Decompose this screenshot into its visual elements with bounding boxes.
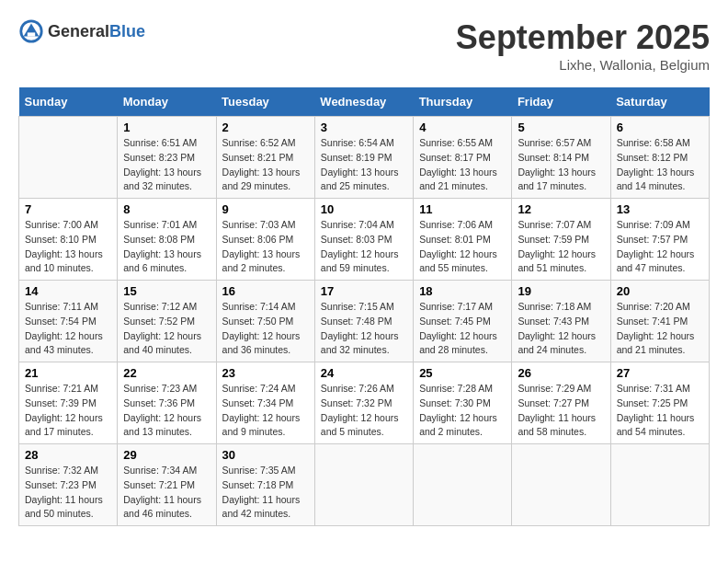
day-info: Sunrise: 7:20 AMSunset: 7:41 PMDaylight:… xyxy=(617,300,703,358)
calendar-cell: 23Sunrise: 7:24 AMSunset: 7:34 PMDayligh… xyxy=(216,362,314,444)
day-info: Sunrise: 6:51 AMSunset: 8:23 PMDaylight:… xyxy=(123,136,210,194)
calendar-week-1: 1Sunrise: 6:51 AMSunset: 8:23 PMDaylight… xyxy=(19,117,710,199)
calendar-cell: 3Sunrise: 6:54 AMSunset: 8:19 PMDaylight… xyxy=(314,117,413,199)
day-number: 11 xyxy=(419,202,506,216)
calendar-cell: 21Sunrise: 7:21 AMSunset: 7:39 PMDayligh… xyxy=(19,362,118,444)
title-block: September 2025 Lixhe, Wallonia, Belgium xyxy=(456,18,710,73)
col-sunday: Sunday xyxy=(19,87,118,117)
day-info: Sunrise: 6:54 AMSunset: 8:19 PMDaylight:… xyxy=(321,136,407,194)
calendar-cell: 12Sunrise: 7:07 AMSunset: 7:59 PMDayligh… xyxy=(512,199,610,281)
day-number: 3 xyxy=(321,121,407,134)
calendar-cell: 18Sunrise: 7:17 AMSunset: 7:45 PMDayligh… xyxy=(414,281,512,362)
day-info: Sunrise: 7:00 AMSunset: 8:10 PMDaylight:… xyxy=(25,218,111,276)
day-number: 7 xyxy=(25,202,111,216)
logo-text: GeneralBlue xyxy=(48,22,145,41)
calendar-cell: 17Sunrise: 7:15 AMSunset: 7:48 PMDayligh… xyxy=(314,281,413,362)
day-number: 26 xyxy=(518,366,604,380)
day-number: 8 xyxy=(123,202,210,216)
calendar-cell xyxy=(512,444,610,526)
calendar-cell: 11Sunrise: 7:06 AMSunset: 8:01 PMDayligh… xyxy=(414,199,512,281)
calendar-cell: 2Sunrise: 6:52 AMSunset: 8:21 PMDaylight… xyxy=(216,117,314,199)
calendar-cell: 28Sunrise: 7:32 AMSunset: 7:23 PMDayligh… xyxy=(19,444,118,526)
calendar-week-5: 28Sunrise: 7:32 AMSunset: 7:23 PMDayligh… xyxy=(19,444,710,526)
day-number: 21 xyxy=(25,366,111,380)
logo-icon xyxy=(18,18,44,44)
day-info: Sunrise: 7:01 AMSunset: 8:08 PMDaylight:… xyxy=(123,218,210,276)
day-info: Sunrise: 7:34 AMSunset: 7:21 PMDaylight:… xyxy=(123,464,210,522)
calendar-cell: 16Sunrise: 7:14 AMSunset: 7:50 PMDayligh… xyxy=(216,281,314,362)
day-info: Sunrise: 7:32 AMSunset: 7:23 PMDaylight:… xyxy=(25,464,111,522)
calendar-cell: 8Sunrise: 7:01 AMSunset: 8:08 PMDaylight… xyxy=(118,199,216,281)
day-info: Sunrise: 7:04 AMSunset: 8:03 PMDaylight:… xyxy=(321,218,407,276)
logo-blue: Blue xyxy=(109,22,145,40)
day-number: 25 xyxy=(419,366,506,380)
col-monday: Monday xyxy=(118,87,216,117)
calendar-week-4: 21Sunrise: 7:21 AMSunset: 7:39 PMDayligh… xyxy=(19,362,710,444)
day-info: Sunrise: 7:15 AMSunset: 7:48 PMDaylight:… xyxy=(321,300,407,358)
calendar-cell xyxy=(414,444,512,526)
calendar-cell: 29Sunrise: 7:34 AMSunset: 7:21 PMDayligh… xyxy=(118,444,216,526)
day-number: 14 xyxy=(25,284,111,298)
day-number: 17 xyxy=(321,284,407,298)
logo: GeneralBlue xyxy=(18,18,145,44)
day-number: 30 xyxy=(222,448,309,462)
col-wednesday: Wednesday xyxy=(314,87,413,117)
day-number: 9 xyxy=(222,202,309,216)
day-info: Sunrise: 7:11 AMSunset: 7:54 PMDaylight:… xyxy=(25,300,111,358)
col-tuesday: Tuesday xyxy=(216,87,314,117)
calendar-cell: 5Sunrise: 6:57 AMSunset: 8:14 PMDaylight… xyxy=(512,117,610,199)
day-number: 22 xyxy=(123,366,210,380)
calendar-cell: 1Sunrise: 6:51 AMSunset: 8:23 PMDaylight… xyxy=(118,117,216,199)
day-info: Sunrise: 7:28 AMSunset: 7:30 PMDaylight:… xyxy=(419,382,506,440)
day-info: Sunrise: 7:12 AMSunset: 7:52 PMDaylight:… xyxy=(123,300,210,358)
calendar-table: Sunday Monday Tuesday Wednesday Thursday… xyxy=(18,87,710,526)
calendar-cell: 24Sunrise: 7:26 AMSunset: 7:32 PMDayligh… xyxy=(314,362,413,444)
day-info: Sunrise: 7:35 AMSunset: 7:18 PMDaylight:… xyxy=(222,464,309,522)
calendar-cell: 13Sunrise: 7:09 AMSunset: 7:57 PMDayligh… xyxy=(610,199,709,281)
calendar-week-2: 7Sunrise: 7:00 AMSunset: 8:10 PMDaylight… xyxy=(19,199,710,281)
day-info: Sunrise: 7:03 AMSunset: 8:06 PMDaylight:… xyxy=(222,218,309,276)
day-number: 24 xyxy=(321,366,407,380)
day-number: 6 xyxy=(617,121,703,134)
day-number: 12 xyxy=(518,202,604,216)
day-info: Sunrise: 6:52 AMSunset: 8:21 PMDaylight:… xyxy=(222,136,309,194)
calendar-cell: 9Sunrise: 7:03 AMSunset: 8:06 PMDaylight… xyxy=(216,199,314,281)
day-number: 19 xyxy=(518,284,604,298)
col-thursday: Thursday xyxy=(414,87,512,117)
calendar-cell: 19Sunrise: 7:18 AMSunset: 7:43 PMDayligh… xyxy=(512,281,610,362)
day-info: Sunrise: 7:09 AMSunset: 7:57 PMDaylight:… xyxy=(617,218,703,276)
month-title: September 2025 xyxy=(456,18,710,57)
logo-general: General xyxy=(48,22,109,40)
calendar-header-row: Sunday Monday Tuesday Wednesday Thursday… xyxy=(19,87,710,117)
day-number: 18 xyxy=(419,284,506,298)
calendar-cell xyxy=(314,444,413,526)
day-info: Sunrise: 7:26 AMSunset: 7:32 PMDaylight:… xyxy=(321,382,407,440)
day-number: 27 xyxy=(617,366,703,380)
calendar-cell: 27Sunrise: 7:31 AMSunset: 7:25 PMDayligh… xyxy=(610,362,709,444)
calendar-cell: 25Sunrise: 7:28 AMSunset: 7:30 PMDayligh… xyxy=(414,362,512,444)
day-info: Sunrise: 7:23 AMSunset: 7:36 PMDaylight:… xyxy=(123,382,210,440)
day-info: Sunrise: 7:18 AMSunset: 7:43 PMDaylight:… xyxy=(518,300,604,358)
day-info: Sunrise: 7:06 AMSunset: 8:01 PMDaylight:… xyxy=(419,218,506,276)
day-info: Sunrise: 6:58 AMSunset: 8:12 PMDaylight:… xyxy=(617,136,703,194)
day-number: 5 xyxy=(518,121,604,134)
day-info: Sunrise: 7:29 AMSunset: 7:27 PMDaylight:… xyxy=(518,382,604,440)
col-friday: Friday xyxy=(512,87,610,117)
day-number: 15 xyxy=(123,284,210,298)
day-info: Sunrise: 6:55 AMSunset: 8:17 PMDaylight:… xyxy=(419,136,506,194)
day-info: Sunrise: 6:57 AMSunset: 8:14 PMDaylight:… xyxy=(518,136,604,194)
calendar-cell: 7Sunrise: 7:00 AMSunset: 8:10 PMDaylight… xyxy=(19,199,118,281)
calendar-week-3: 14Sunrise: 7:11 AMSunset: 7:54 PMDayligh… xyxy=(19,281,710,362)
day-number: 10 xyxy=(321,202,407,216)
day-info: Sunrise: 7:24 AMSunset: 7:34 PMDaylight:… xyxy=(222,382,309,440)
calendar-cell xyxy=(610,444,709,526)
day-number: 4 xyxy=(419,121,506,134)
calendar-cell: 14Sunrise: 7:11 AMSunset: 7:54 PMDayligh… xyxy=(19,281,118,362)
calendar-cell: 26Sunrise: 7:29 AMSunset: 7:27 PMDayligh… xyxy=(512,362,610,444)
calendar-cell: 20Sunrise: 7:20 AMSunset: 7:41 PMDayligh… xyxy=(610,281,709,362)
calendar-cell: 10Sunrise: 7:04 AMSunset: 8:03 PMDayligh… xyxy=(314,199,413,281)
calendar-cell: 4Sunrise: 6:55 AMSunset: 8:17 PMDaylight… xyxy=(414,117,512,199)
day-info: Sunrise: 7:07 AMSunset: 7:59 PMDaylight:… xyxy=(518,218,604,276)
day-info: Sunrise: 7:14 AMSunset: 7:50 PMDaylight:… xyxy=(222,300,309,358)
day-number: 16 xyxy=(222,284,309,298)
